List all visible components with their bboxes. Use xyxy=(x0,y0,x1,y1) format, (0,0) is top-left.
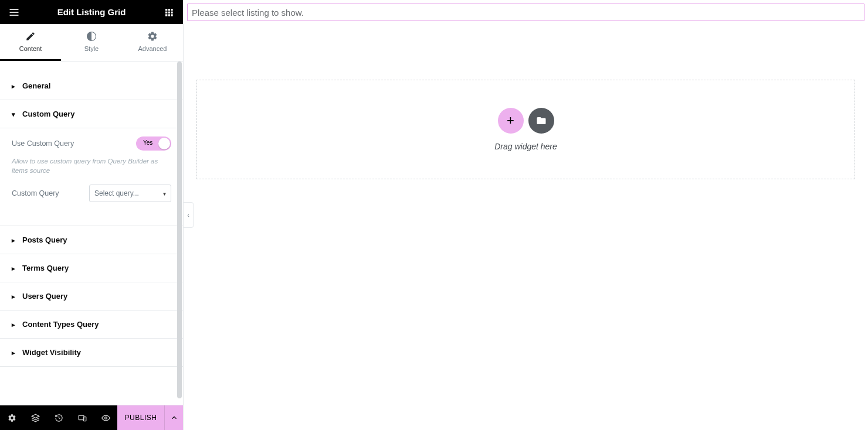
folder-icon xyxy=(536,115,547,126)
tab-style[interactable]: Style xyxy=(61,24,122,61)
svg-rect-9 xyxy=(165,14,167,16)
footer-preview-button[interactable] xyxy=(94,405,117,430)
hamburger-icon xyxy=(8,6,20,18)
section-widget-visibility-title: Widget Visibility xyxy=(22,348,81,357)
panel-header: Edit Listing Grid xyxy=(0,0,183,24)
svg-rect-7 xyxy=(168,11,170,13)
section-content-types-query-title: Content Types Query xyxy=(22,320,99,329)
gear-icon xyxy=(147,31,158,42)
footer-history-button[interactable] xyxy=(47,405,70,430)
preview-canvas: Please select listing to show. + Drag wi… xyxy=(184,0,868,430)
section-widget-visibility[interactable]: Widget Visibility xyxy=(0,339,183,367)
editor-panel: Edit Listing Grid Content Style Advanced xyxy=(0,0,184,430)
caret-icon xyxy=(12,264,18,272)
section-custom-query[interactable]: Custom Query xyxy=(0,100,183,128)
panel-scrollbar-thumb[interactable] xyxy=(177,62,182,398)
svg-point-16 xyxy=(104,417,107,419)
toggle-on-text: Yes xyxy=(143,139,152,146)
caret-icon xyxy=(12,348,18,357)
svg-rect-3 xyxy=(165,9,167,11)
footer-navigator-button[interactable] xyxy=(23,405,47,430)
svg-rect-5 xyxy=(171,9,172,11)
section-content-types-query[interactable]: Content Types Query xyxy=(0,310,183,339)
svg-rect-4 xyxy=(168,9,170,11)
tab-content-label: Content xyxy=(19,45,42,52)
dropzone-actions: + xyxy=(498,108,554,134)
add-section-button[interactable]: + xyxy=(498,108,524,134)
panel-footer: PUBLISH xyxy=(0,405,183,430)
svg-rect-11 xyxy=(171,14,172,16)
tab-advanced[interactable]: Advanced xyxy=(122,24,183,61)
eye-icon xyxy=(101,414,110,422)
custom-query-select-value: Select query... xyxy=(94,189,139,197)
layers-icon xyxy=(31,414,40,422)
chevron-up-icon xyxy=(170,414,178,422)
toggle-knob xyxy=(158,138,170,149)
custom-query-hint: Allow to use custom query from Query Bui… xyxy=(12,156,171,175)
chevron-down-icon: ▾ xyxy=(163,190,166,197)
panel-scrollbar[interactable] xyxy=(177,62,182,405)
menu-button[interactable] xyxy=(0,0,28,24)
section-general[interactable]: General xyxy=(0,72,183,100)
section-posts-query[interactable]: Posts Query xyxy=(0,226,183,254)
contrast-icon xyxy=(86,31,97,42)
publish-button[interactable]: PUBLISH xyxy=(117,405,164,430)
tab-content[interactable]: Content xyxy=(0,24,61,61)
section-terms-query[interactable]: Terms Query xyxy=(0,254,183,282)
pencil-icon xyxy=(25,31,36,42)
publish-options-button[interactable] xyxy=(164,405,183,430)
use-custom-query-label: Use Custom Query xyxy=(12,139,74,148)
caret-icon xyxy=(12,236,18,244)
custom-query-select-label: Custom Query xyxy=(12,189,59,197)
tab-advanced-label: Advanced xyxy=(138,45,167,52)
section-users-query-title: Users Query xyxy=(22,292,67,301)
dropzone-hint: Drag widget here xyxy=(494,142,557,151)
section-general-title: General xyxy=(22,81,50,90)
history-icon xyxy=(55,414,63,422)
custom-query-select[interactable]: Select query... ▾ xyxy=(89,185,171,202)
sections-scroll: General Custom Query Use Custom Query Ye… xyxy=(0,62,183,405)
panel-tabs: Content Style Advanced xyxy=(0,24,183,62)
widgets-icon xyxy=(164,8,174,17)
gear-icon xyxy=(8,414,16,422)
section-terms-query-title: Terms Query xyxy=(22,264,69,272)
caret-down-icon xyxy=(12,110,18,118)
section-custom-query-title: Custom Query xyxy=(22,110,75,118)
footer-responsive-button[interactable] xyxy=(70,405,94,430)
add-section-dropzone[interactable]: + Drag widget here xyxy=(196,80,855,179)
section-custom-query-body: Use Custom Query Yes Allow to use custom… xyxy=(0,128,183,226)
caret-icon xyxy=(12,292,18,301)
section-posts-query-title: Posts Query xyxy=(22,236,67,244)
svg-rect-10 xyxy=(168,14,170,16)
add-template-button[interactable] xyxy=(528,108,554,134)
devices-icon xyxy=(78,414,87,422)
widgets-button[interactable] xyxy=(155,0,183,24)
use-custom-query-toggle[interactable]: Yes xyxy=(136,136,171,151)
row-custom-query-select: Custom Query Select query... ▾ xyxy=(12,185,171,202)
footer-settings-button[interactable] xyxy=(0,405,23,430)
svg-marker-13 xyxy=(32,414,39,418)
caret-icon xyxy=(12,320,18,329)
publish-label: PUBLISH xyxy=(125,414,157,422)
svg-rect-8 xyxy=(171,11,172,13)
panel-title: Edit Listing Grid xyxy=(28,7,155,17)
tab-style-label: Style xyxy=(84,45,99,52)
row-use-custom-query: Use Custom Query Yes xyxy=(12,136,171,151)
section-users-query[interactable]: Users Query xyxy=(0,282,183,310)
caret-icon xyxy=(12,81,18,90)
svg-rect-6 xyxy=(165,11,167,13)
listing-grid-widget-notice[interactable]: Please select listing to show. xyxy=(187,4,864,21)
notice-text: Please select listing to show. xyxy=(192,8,304,18)
plus-icon: + xyxy=(507,113,514,128)
svg-rect-14 xyxy=(79,415,84,420)
